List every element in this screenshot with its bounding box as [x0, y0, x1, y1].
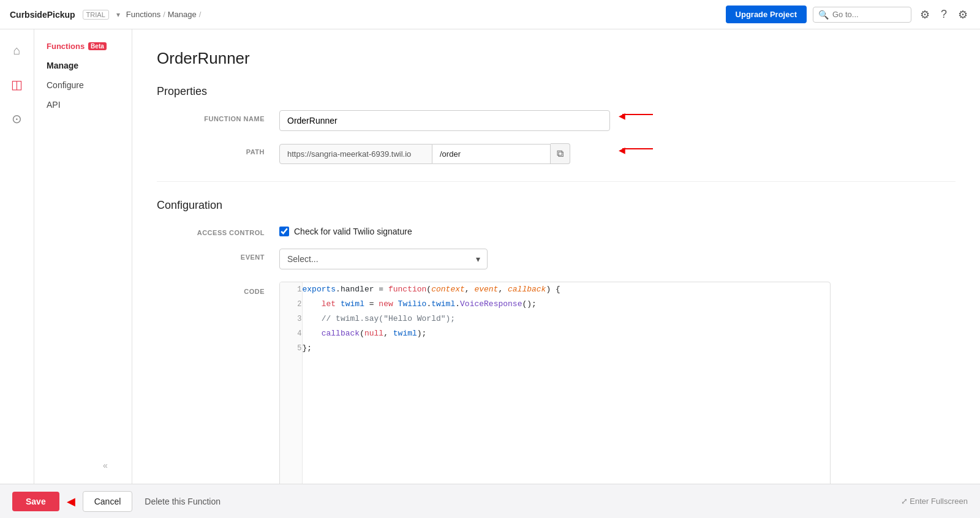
- code-line-empty-8: [280, 459, 830, 473]
- code-line-2: 2 let twiml = new Twilio.twiml.VoiceResp…: [280, 297, 830, 312]
- search-icon: 🔍: [818, 10, 829, 20]
- topbar-chevron-icon[interactable]: ▾: [116, 10, 120, 19]
- breadcrumb: Functions / Manage /: [126, 10, 202, 19]
- arrow-annotation-save: ◀: [67, 495, 75, 508]
- line-num-4: 4: [280, 326, 302, 341]
- code-line-empty-5: [280, 415, 830, 429]
- bottom-bar: Save ◀ Cancel Delete this Function ⤢ Ent…: [0, 484, 980, 518]
- topbar: CurbsidePickup TRIAL ▾ Functions / Manag…: [0, 0, 980, 29]
- sidebar-item-configure[interactable]: Configure: [34, 75, 132, 95]
- sidebar-item-api[interactable]: API: [34, 95, 132, 114]
- settings-icon-button[interactable]: ⚙: [956, 6, 970, 24]
- function-name-label: FUNCTION NAME: [157, 110, 279, 122]
- main-content: OrderRunner Properties FUNCTION NAME ◀ P…: [132, 29, 980, 518]
- event-select-wrapper: Select...: [279, 249, 488, 269]
- code-line-empty-3: [280, 385, 830, 400]
- access-control-checkbox-label: Check for valid Twilio signature: [294, 227, 412, 236]
- save-button[interactable]: Save: [12, 492, 59, 511]
- trial-badge: TRIAL: [83, 10, 109, 20]
- page-title: OrderRunner: [157, 49, 956, 68]
- code-content-4[interactable]: callback(null, twiml);: [302, 326, 830, 341]
- configuration-section-title: Configuration: [157, 199, 956, 212]
- line-num-5: 5: [280, 341, 302, 356]
- code-content-1[interactable]: exports.handler = function(context, even…: [302, 282, 830, 297]
- code-table: 1 exports.handler = function(context, ev…: [280, 282, 830, 503]
- code-line-empty-1: [280, 356, 830, 370]
- code-line-3: 3 // twiml.say("Hello World");: [280, 312, 830, 326]
- sidebar-item-manage[interactable]: Manage: [34, 56, 132, 75]
- home-icon[interactable]: ⌂: [6, 39, 28, 61]
- upgrade-project-button[interactable]: Upgrade Project: [726, 6, 807, 23]
- line-num-2: 2: [280, 297, 302, 312]
- code-line-5: 5 };: [280, 341, 830, 356]
- search-bar[interactable]: 🔍: [813, 7, 911, 23]
- cancel-button[interactable]: Cancel: [83, 491, 133, 512]
- event-select[interactable]: Select...: [279, 249, 488, 269]
- sidebar-section-label: Functions Beta: [34, 39, 132, 56]
- functions-icon[interactable]: ◫: [6, 73, 28, 96]
- code-line-empty-2: [280, 370, 830, 385]
- icon-rail: ⌂ ◫ ⊙: [0, 29, 34, 518]
- code-content-5[interactable]: };: [302, 341, 830, 356]
- path-field: https://sangria-meerkat-6939.twil.io ⧉ ◀: [279, 143, 610, 164]
- event-field: Select...: [279, 249, 610, 269]
- access-control-field: Check for valid Twilio signature: [279, 224, 610, 236]
- search-input[interactable]: [832, 10, 906, 19]
- path-base: https://sangria-meerkat-6939.twil.io: [279, 144, 432, 164]
- alert-icon-button[interactable]: ⚙: [918, 6, 932, 24]
- sidebar: Functions Beta Manage Configure API «: [34, 29, 132, 518]
- code-line-empty-7: [280, 444, 830, 459]
- beta-badge: Beta: [88, 42, 107, 50]
- code-content-2[interactable]: let twiml = new Twilio.twiml.VoiceRespon…: [302, 297, 830, 312]
- copy-path-button[interactable]: ⧉: [551, 143, 570, 164]
- collapse-sidebar-button[interactable]: «: [91, 456, 120, 475]
- event-row: EVENT Select...: [157, 249, 956, 269]
- function-name-field: ◀: [279, 110, 610, 131]
- fullscreen-button[interactable]: ⤢ Enter Fullscreen: [901, 497, 968, 506]
- line-num-1: 1: [280, 282, 302, 297]
- code-line-empty-4: [280, 400, 830, 415]
- code-line-1: 1 exports.handler = function(context, ev…: [280, 282, 830, 297]
- code-row: CODE 1 exports.handler = function(contex…: [157, 282, 956, 503]
- event-label: EVENT: [157, 249, 279, 261]
- access-control-checkbox[interactable]: [279, 227, 289, 236]
- path-suffix-input[interactable]: [432, 144, 551, 164]
- code-editor[interactable]: 1 exports.handler = function(context, ev…: [279, 282, 831, 503]
- path-inputs: https://sangria-meerkat-6939.twil.io ⧉: [279, 143, 610, 164]
- arrow-annotation-path: ◀: [622, 148, 653, 149]
- more-icon[interactable]: ⊙: [6, 108, 28, 130]
- section-divider: [157, 181, 956, 182]
- app-layout: ⌂ ◫ ⊙ Functions Beta Manage Configure AP…: [0, 29, 980, 518]
- delete-function-button[interactable]: Delete this Function: [145, 497, 221, 506]
- code-line-empty-6: [280, 429, 830, 444]
- path-row: PATH https://sangria-meerkat-6939.twil.i…: [157, 143, 956, 164]
- access-control-row: ACCESS CONTROL Check for valid Twilio si…: [157, 224, 956, 236]
- access-control-checkbox-row: Check for valid Twilio signature: [279, 224, 610, 236]
- function-name-input[interactable]: [279, 110, 610, 131]
- code-content-3[interactable]: // twiml.say("Hello World");: [302, 312, 830, 326]
- fullscreen-icon: ⤢: [901, 497, 908, 506]
- code-label: CODE: [157, 282, 279, 295]
- line-num-3: 3: [280, 312, 302, 326]
- function-name-row: FUNCTION NAME ◀: [157, 110, 956, 131]
- code-field: 1 exports.handler = function(context, ev…: [279, 282, 831, 503]
- arrow-annotation-name: ◀: [622, 114, 653, 115]
- help-icon-button[interactable]: ?: [938, 6, 949, 23]
- code-line-4: 4 callback(null, twiml);: [280, 326, 830, 341]
- path-label: PATH: [157, 143, 279, 156]
- properties-section-title: Properties: [157, 85, 956, 98]
- access-control-label: ACCESS CONTROL: [157, 224, 279, 236]
- brand-name: CurbsidePickup: [10, 10, 75, 20]
